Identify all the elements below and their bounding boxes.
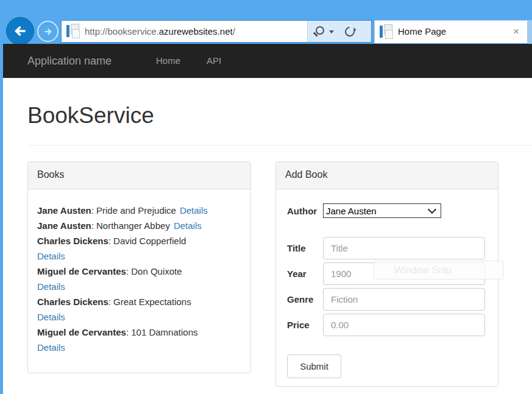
url-domain: azurewebsites.net bbox=[159, 26, 233, 37]
author-select[interactable]: Jane Austen bbox=[323, 203, 441, 218]
back-arrow-icon bbox=[12, 23, 29, 40]
page-icon bbox=[66, 24, 81, 38]
book-author: Miguel de Cervantes bbox=[37, 266, 126, 276]
details-link[interactable]: Details bbox=[174, 220, 202, 231]
title-label: Title bbox=[287, 243, 319, 253]
add-book-panel: Add Book Author Jane Austen Title bbox=[275, 161, 498, 387]
book-row: Charles Dickens: Great ExpectationsDetai… bbox=[37, 294, 241, 325]
url-scheme-host: http://bookservice. bbox=[85, 26, 159, 37]
back-button[interactable] bbox=[6, 17, 34, 45]
forward-button[interactable] bbox=[37, 21, 59, 42]
details-link[interactable]: Details bbox=[37, 248, 241, 264]
navbar: Application name Home API bbox=[3, 44, 532, 78]
url-input[interactable]: http://bookservice.azurewebsites.net/ bbox=[85, 21, 235, 42]
book-row: Jane Austen: Pride and PrejudiceDetails bbox=[37, 203, 241, 218]
url-path: / bbox=[233, 26, 235, 37]
add-book-panel-title: Add Book bbox=[276, 162, 498, 189]
book-author: Jane Austen bbox=[37, 205, 91, 216]
divider bbox=[27, 145, 532, 146]
address-bar[interactable]: http://bookservice.azurewebsites.net/ bbox=[61, 20, 372, 43]
books-panel-title: Books bbox=[28, 162, 250, 189]
refresh-button[interactable] bbox=[343, 25, 358, 38]
tab-title: Home Page bbox=[398, 21, 446, 43]
tab-close-button[interactable]: × bbox=[510, 21, 522, 43]
book-title: 101 Damnations bbox=[131, 327, 197, 337]
tab-strip-spacer bbox=[528, 20, 532, 44]
book-author: Miguel de Cervantes bbox=[37, 327, 126, 337]
tab-page-icon bbox=[380, 24, 394, 39]
book-title: Pride and Prejudice bbox=[96, 205, 176, 216]
year-input[interactable] bbox=[323, 262, 485, 285]
details-link[interactable]: Details bbox=[37, 309, 241, 325]
book-row: Miguel de Cervantes: Don QuixoteDetails bbox=[37, 264, 241, 294]
page-title: BookService bbox=[27, 102, 532, 129]
address-bar-tools bbox=[307, 21, 371, 42]
book-title: Northanger Abbey bbox=[96, 220, 170, 231]
forward-arrow-icon bbox=[43, 26, 54, 37]
book-title: Don Quixote bbox=[131, 266, 182, 276]
book-row: Charles Dickens: David CopperfieldDetail… bbox=[37, 233, 241, 264]
refresh-icon bbox=[343, 25, 357, 39]
browser-tab[interactable]: Home Page × bbox=[374, 20, 528, 43]
details-link[interactable]: Details bbox=[37, 340, 241, 355]
book-row: Miguel de Cervantes: 101 DamnationsDetai… bbox=[37, 325, 241, 355]
navbar-brand-link[interactable]: Application name bbox=[27, 44, 112, 78]
search-button[interactable] bbox=[311, 26, 325, 38]
books-panel: Books Jane Austen: Pride and PrejudiceDe… bbox=[27, 161, 251, 373]
search-dropdown-caret[interactable] bbox=[328, 26, 336, 37]
submit-button[interactable]: Submit bbox=[287, 354, 341, 378]
search-icon bbox=[316, 26, 324, 35]
nav-link-home[interactable]: Home bbox=[156, 44, 180, 78]
genre-label: Genre bbox=[287, 294, 319, 304]
book-author: Jane Austen bbox=[37, 220, 91, 231]
book-row: Jane Austen: Northanger AbbeyDetails bbox=[37, 218, 241, 233]
genre-input[interactable] bbox=[323, 288, 485, 311]
nav-link-api[interactable]: API bbox=[207, 44, 221, 78]
price-input[interactable] bbox=[323, 314, 485, 336]
author-label: Author bbox=[287, 206, 319, 216]
year-label: Year bbox=[287, 269, 319, 279]
price-label: Price bbox=[287, 320, 319, 330]
details-link[interactable]: Details bbox=[37, 279, 241, 294]
book-author: Charles Dickens bbox=[37, 297, 108, 307]
details-link[interactable]: Details bbox=[180, 205, 208, 216]
book-title: Great Expectations bbox=[113, 297, 191, 307]
chevron-down-icon bbox=[329, 30, 334, 33]
title-input[interactable] bbox=[323, 237, 485, 259]
book-title: David Copperfield bbox=[113, 236, 186, 246]
book-author: Charles Dickens bbox=[37, 236, 108, 246]
page-content: BookService Books Jane Austen: Pride and… bbox=[3, 78, 532, 394]
